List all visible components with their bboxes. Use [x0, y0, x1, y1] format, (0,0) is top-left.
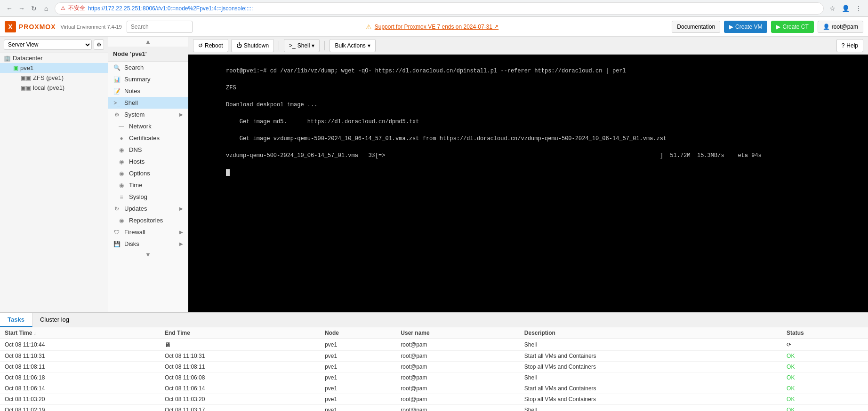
terminal-line-2: ZFS	[226, 85, 236, 91]
node-chevron-up[interactable]: ▲	[108, 37, 188, 47]
node-menu-options[interactable]: ◉ Options	[108, 167, 188, 179]
cell-node: pve1	[320, 383, 396, 394]
shell-button[interactable]: >_ Shell ▾	[284, 39, 320, 52]
table-row[interactable]: Oct 08 11:06:14 Oct 08 11:06:14 pve1 roo…	[0, 383, 868, 394]
node-menu-system[interactable]: ⚙ System ▶	[108, 109, 188, 120]
cell-status: OK	[782, 351, 868, 362]
time-nav-icon: ◉	[118, 182, 125, 189]
right-panel: ↺ Reboot ⏻ Shutdown >_ Shell ▾	[188, 37, 868, 312]
shell-nav-icon: >_	[113, 100, 121, 106]
cell-start-time: Oct 08 11:08:11	[0, 362, 160, 372]
insecure-label: 不安全	[68, 4, 85, 12]
cell-status: OK	[782, 372, 868, 383]
documentation-button[interactable]: Documentation	[672, 21, 720, 33]
user-button[interactable]: 👤 root@pam	[818, 21, 863, 33]
table-row[interactable]: Oct 08 11:10:44 🖥 pve1 root@pam Shell ⟳	[0, 339, 868, 351]
cell-user-name: root@pam	[396, 362, 520, 372]
profile-button[interactable]: 👤	[840, 3, 851, 14]
warning-link[interactable]: Support for Proxmox VE 7 ends on 2024-07…	[375, 24, 498, 30]
node-title: Node 'pve1'	[108, 47, 188, 62]
create-vm-button[interactable]: ▶ Create VM	[724, 21, 767, 33]
topbar: X PROXMOX Virtual Environment 7.4-19 ⚠ S…	[0, 17, 868, 37]
menu-button[interactable]: ⋮	[853, 3, 864, 14]
sort-arrow-start: ↓	[34, 331, 36, 336]
back-button[interactable]: ←	[4, 3, 15, 14]
node-chevron-down[interactable]: ▼	[108, 250, 188, 260]
node-menu-search[interactable]: 🔍 Search	[108, 62, 188, 73]
node-menu-summary[interactable]: 📊 Summary	[108, 73, 188, 85]
cell-end-time: Oct 08 11:03:17	[160, 405, 320, 411]
node-menu-updates[interactable]: ↻ Updates ▶	[108, 203, 188, 214]
address-text: https://172.22.25.251:8006/#v1:0:=node%2…	[88, 5, 253, 12]
col-status[interactable]: Status	[782, 327, 868, 339]
node-menu-network[interactable]: — Network	[108, 120, 188, 132]
col-start-time[interactable]: Start Time ↓	[0, 327, 160, 339]
help-icon: ?	[842, 42, 845, 49]
vm-icon: ▣▣	[21, 75, 31, 81]
node-menu-notes[interactable]: 📝 Notes	[108, 85, 188, 97]
syslog-nav-icon: ≡	[118, 194, 125, 200]
cell-start-time: Oct 08 11:06:14	[0, 383, 160, 394]
cell-node: pve1	[320, 351, 396, 362]
sidebar-item-datacenter[interactable]: 🏢 Datacenter	[0, 53, 108, 63]
local-label: local (pve1)	[33, 84, 64, 91]
table-row[interactable]: Oct 08 11:08:11 Oct 08 11:08:11 pve1 roo…	[0, 362, 868, 372]
node-menu-dns[interactable]: ◉ DNS	[108, 144, 188, 156]
cell-status: OK	[782, 383, 868, 394]
table-row[interactable]: Oct 08 11:03:20 Oct 08 11:03:20 pve1 roo…	[0, 394, 868, 405]
status-ok: OK	[787, 364, 795, 370]
bulk-actions-button[interactable]: Bulk Actions ▾	[330, 39, 375, 52]
cluster-log-tab[interactable]: Cluster log	[32, 313, 77, 327]
sidebar-item-local[interactable]: ▣▣ local (pve1)	[0, 83, 108, 93]
sidebar-item-pve1[interactable]: ▣ pve1	[0, 63, 108, 73]
sidebar-item-zfs[interactable]: ▣▣ ZFS (pve1)	[0, 73, 108, 83]
col-description[interactable]: Description	[520, 327, 782, 339]
home-button[interactable]: ⌂	[40, 3, 52, 14]
terminal-area[interactable]: root@pve1:~# cd /var/lib/vz/dump; wget -…	[188, 55, 868, 312]
create-ct-button[interactable]: ▶ Create CT	[771, 21, 813, 33]
shutdown-button[interactable]: ⏻ Shutdown	[231, 39, 274, 52]
node-menu-shell[interactable]: >_ Shell	[108, 97, 188, 109]
node-menu-time[interactable]: ◉ Time	[108, 179, 188, 191]
help-button[interactable]: ? Help	[836, 39, 863, 52]
cell-node: pve1	[320, 405, 396, 411]
node-menu-syslog[interactable]: ≡ Syslog	[108, 191, 188, 203]
updates-nav-icon: ↻	[113, 206, 121, 212]
forward-button[interactable]: →	[16, 3, 27, 14]
tasks-tab[interactable]: Tasks	[0, 313, 32, 327]
cell-start-time: Oct 08 11:02:19	[0, 405, 160, 411]
pve-icon: ▣	[13, 65, 18, 71]
cell-description: Stop all VMs and Containers	[520, 394, 782, 405]
reboot-icon: ↺	[198, 42, 203, 49]
main-area: Server View ⚙ 🏢 Datacenter ▣ pve1 ▣▣ ZFS…	[0, 37, 868, 312]
reload-button[interactable]: ↻	[28, 3, 40, 14]
node-panel: ▲ Node 'pve1' 🔍 Search 📊 Summary 📝 Notes…	[108, 37, 188, 312]
cell-description: Shell	[520, 339, 782, 351]
table-row[interactable]: Oct 08 11:02:19 Oct 08 11:03:17 pve1 roo…	[0, 405, 868, 411]
node-menu-certificates[interactable]: ● Certificates	[108, 132, 188, 144]
table-row[interactable]: Oct 08 11:10:31 Oct 08 11:10:31 pve1 roo…	[0, 351, 868, 362]
table-row[interactable]: Oct 08 11:06:18 Oct 08 11:06:08 pve1 roo…	[0, 372, 868, 383]
col-node[interactable]: Node	[320, 327, 396, 339]
sidebar-gear-button[interactable]: ⚙	[94, 40, 104, 50]
server-view-select[interactable]: Server View	[4, 40, 92, 50]
hosts-nav-icon: ◉	[118, 158, 125, 165]
reboot-button[interactable]: ↺ Reboot	[193, 39, 228, 52]
updates-expand-arrow: ▶	[179, 206, 183, 211]
topbar-search-input[interactable]	[127, 21, 193, 33]
node-menu-repositories[interactable]: ◉ Repositories	[108, 214, 188, 226]
logo-subtitle: Virtual Environment 7.4-19	[61, 24, 122, 30]
status-ok: OK	[787, 353, 795, 359]
node-menu-disks[interactable]: 💾 Disks ▶	[108, 238, 188, 250]
node-menu-firewall[interactable]: 🛡 Firewall ▶	[108, 226, 188, 238]
col-user-name[interactable]: User name	[396, 327, 520, 339]
repositories-nav-icon: ◉	[118, 217, 125, 224]
logo-x-icon: X	[5, 21, 16, 32]
address-bar[interactable]: ⚠ 不安全 https://172.22.25.251:8006/#v1:0:=…	[55, 2, 824, 15]
datacenter-icon: 🏢	[4, 55, 11, 62]
cell-end-time: Oct 08 11:10:31	[160, 351, 320, 362]
bookmark-button[interactable]: ☆	[827, 3, 838, 14]
user-icon: 👤	[823, 24, 830, 30]
node-menu-hosts[interactable]: ◉ Hosts	[108, 156, 188, 167]
col-end-time[interactable]: End Time	[160, 327, 320, 339]
